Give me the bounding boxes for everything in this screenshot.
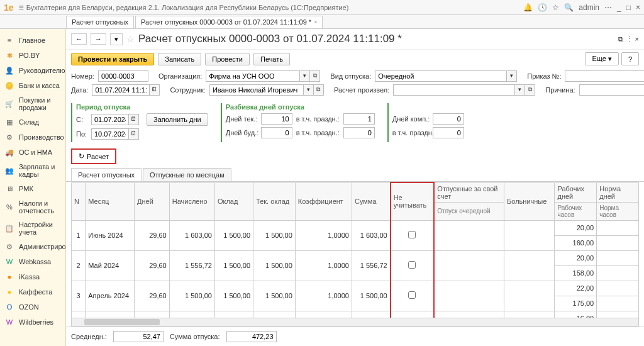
emp-open-icon[interactable]: ⧉	[314, 84, 324, 96]
reason-field[interactable]	[579, 84, 644, 96]
titlebar-right: 🔔 🕓 ☆ 🔍 admin ⋯ _ □ ×	[523, 3, 640, 12]
menu-dots-icon[interactable]: ⋯	[604, 3, 612, 12]
org-open-icon[interactable]: ⧉	[310, 70, 320, 82]
sidebar-item-16[interactable]: OOZON	[0, 299, 65, 315]
table-row[interactable]: 3Апрель 202429,601 500,001 500,001 500,0…	[72, 281, 639, 296]
to-field[interactable]	[91, 128, 129, 140]
sidebar-item-12[interactable]: ⚙Администрирование	[0, 239, 65, 254]
total-field[interactable]	[226, 331, 277, 342]
hol2-field[interactable]	[343, 127, 375, 138]
table-row[interactable]: 1Июнь 202429,601 603,001 500,001 500,001…	[72, 220, 639, 235]
cell-exclude[interactable]	[391, 311, 435, 318]
org-dropdown-icon[interactable]: ▾	[300, 70, 310, 82]
sidebar-item-6[interactable]: ⚙Производство	[0, 130, 65, 145]
subtab-calc[interactable]: Расчет отпускных	[71, 168, 142, 181]
search-icon[interactable]: 🔍	[564, 3, 574, 12]
sidebar-item-5[interactable]: ▦Склад	[0, 114, 65, 130]
hol3-field[interactable]	[433, 127, 464, 138]
calcby-field[interactable]	[393, 84, 515, 96]
comp-field[interactable]	[433, 113, 464, 125]
org-field[interactable]	[206, 70, 300, 82]
cell-exclude[interactable]	[391, 220, 435, 250]
nav-fwd-button[interactable]: →	[91, 33, 106, 45]
sidebar-label: Банк и касса	[19, 82, 60, 89]
star-icon[interactable]: ☆	[552, 3, 559, 12]
cur-field[interactable]	[261, 113, 292, 125]
calcby-open-icon[interactable]: ⧉	[525, 84, 535, 96]
sidebar-item-11[interactable]: 📋Настройки учета	[0, 218, 65, 239]
sidebar-item-17[interactable]: WWildberries	[0, 315, 65, 330]
hol1-field[interactable]	[343, 113, 375, 125]
exclude-checkbox[interactable]	[408, 231, 416, 238]
sidebar-item-14[interactable]: ●iKassa	[0, 269, 65, 284]
type-field[interactable]	[375, 70, 507, 82]
calculate-button[interactable]: ↻ Расчет	[71, 148, 116, 164]
subtab-monthly[interactable]: Отпускные по месяцам	[143, 168, 231, 181]
sidebar-item-9[interactable]: 🖥РМК	[0, 181, 65, 196]
to-calendar-icon[interactable]: 🗓	[129, 128, 139, 140]
work-field[interactable]	[261, 127, 292, 138]
table-row[interactable]: 4Март 202429,601 198,111 500,001 500,001…	[72, 311, 639, 318]
table-row[interactable]: 2Май 202429,601 556,721 500,001 500,001,…	[72, 250, 639, 265]
cell-nhours	[597, 265, 639, 281]
post-and-close-button[interactable]: Провести и закрыть	[71, 53, 154, 65]
sidebar-label: OZON	[19, 303, 39, 311]
from-field[interactable]	[91, 114, 129, 125]
subtabs: Расчет отпускных Отпускные по месяцам	[66, 168, 644, 182]
tab-calc-list[interactable]: Расчет отпускных	[66, 16, 134, 28]
sidebar-item-0[interactable]: ≡Главное	[0, 33, 65, 48]
favorite-icon[interactable]: ☆	[126, 34, 135, 44]
sidebar-item-7[interactable]: 🚚ОС и НМА	[0, 145, 65, 160]
date-picker-icon[interactable]: 🗓	[150, 84, 160, 96]
minimize-icon[interactable]: _	[617, 3, 621, 12]
sidebar-item-15[interactable]: ●Каффеста	[0, 284, 65, 299]
sidebar-item-10[interactable]: %Налоги и отчетность	[0, 196, 65, 218]
tab-close-icon[interactable]: ×	[314, 19, 317, 25]
bell-icon[interactable]: 🔔	[523, 3, 533, 12]
sidebar-item-13[interactable]: WWebkassa	[0, 254, 65, 269]
cell-cursalary: 1 500,00	[253, 311, 296, 318]
maximize-icon[interactable]: □	[626, 3, 631, 12]
popout-icon[interactable]: ⧉	[618, 35, 623, 43]
sidebar-item-1[interactable]: ✱РО.BY	[0, 48, 65, 63]
sidebar-item-8[interactable]: 👥Зарплата и кадры	[0, 160, 65, 181]
help-button[interactable]: ?	[621, 52, 639, 65]
doc-menu-icon[interactable]: ⋮	[626, 35, 633, 43]
cell-ndays	[597, 250, 639, 265]
hol2-label: в т.ч. праздн.:	[296, 129, 340, 137]
close-icon[interactable]: ×	[636, 3, 640, 12]
h-scrollbar[interactable]	[71, 318, 639, 326]
fill-days-button[interactable]: Заполнить дни	[147, 113, 208, 126]
more-button[interactable]: Еще ▾	[585, 52, 618, 65]
doc-close-icon[interactable]: ×	[635, 35, 639, 43]
exclude-checkbox[interactable]	[408, 261, 416, 269]
emp-dropdown-icon[interactable]: ▾	[304, 84, 314, 96]
nav-back-button[interactable]: ←	[71, 33, 87, 45]
date-field[interactable]	[92, 84, 150, 96]
tab-calc-doc[interactable]: Расчет отпускных 0000-0003 от 01.07.2024…	[135, 16, 323, 28]
cell-exclude[interactable]	[391, 250, 435, 281]
order-field[interactable]	[565, 70, 644, 82]
cell-exclude[interactable]	[391, 281, 435, 311]
avg-field[interactable]	[113, 331, 164, 342]
emp-field[interactable]	[209, 84, 304, 96]
cell-own	[434, 220, 504, 250]
sidebar-item-4[interactable]: 🛒Покупки и продажи	[0, 93, 65, 114]
sidebar-item-2[interactable]: 👤Руководителю	[0, 63, 65, 78]
number-field[interactable]	[98, 70, 148, 82]
history-icon[interactable]: 🕓	[538, 3, 547, 12]
post-button[interactable]: Провести	[205, 53, 250, 65]
cell-accrued: 1 556,72	[169, 250, 214, 281]
type-dropdown-icon[interactable]: ▾	[507, 70, 517, 82]
nav-dropdown-button[interactable]: ▾	[110, 33, 123, 45]
cell-coef: 1,0000	[295, 281, 352, 311]
exclude-checkbox[interactable]	[408, 291, 416, 299]
save-button[interactable]: Записать	[158, 53, 201, 65]
menu-icon[interactable]: ≡	[19, 3, 24, 13]
calcby-dropdown-icon[interactable]: ▾	[515, 84, 525, 96]
from-calendar-icon[interactable]: 🗓	[129, 114, 139, 125]
sidebar-item-3[interactable]: 🪙Банк и касса	[0, 78, 65, 93]
print-button[interactable]: Печать	[253, 53, 290, 65]
period-title: Период отпуска	[76, 103, 208, 111]
col-sick: Больничные	[504, 182, 555, 220]
